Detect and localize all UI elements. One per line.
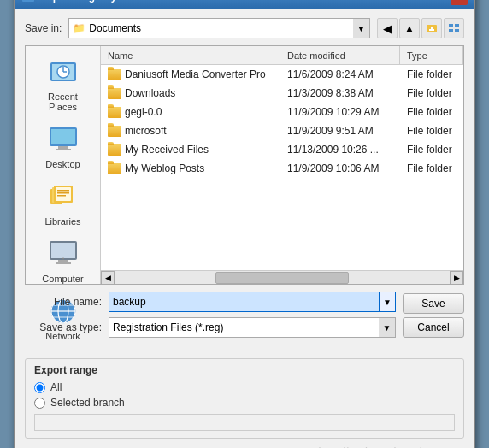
table-row[interactable]: Daniusoft Media Converter Pro 11/6/2009 … xyxy=(101,65,463,84)
svg-rect-29 xyxy=(57,195,66,197)
saveastype-value: Registration Files (*.reg) xyxy=(113,321,223,333)
selected-branch-input[interactable] xyxy=(34,414,455,431)
buttons-section: Save Cancel xyxy=(403,292,464,338)
close-button[interactable]: ✕ xyxy=(451,0,468,5)
watermark: http://maketecheasier.com xyxy=(25,444,464,448)
file-list-header: Name Date modified Type xyxy=(101,46,463,65)
saveastype-label: Save as type: xyxy=(25,321,102,333)
export-registry-dialog: Export Registry File ✕ Save in: 📁 Docume… xyxy=(14,0,475,448)
title-text: Export Registry File xyxy=(40,0,137,3)
sidebar-item-computer-label: Computer xyxy=(42,274,83,284)
save-in-label: Save in: xyxy=(25,22,62,34)
svg-rect-22 xyxy=(56,149,71,150)
table-row[interactable]: My Received Files 11/13/2009 10:26 ... F… xyxy=(101,140,463,159)
up-button[interactable]: ▲ xyxy=(399,18,420,38)
desktop-icon xyxy=(47,123,80,156)
export-range: Export range All Selected branch xyxy=(25,358,464,439)
svg-rect-10 xyxy=(449,24,453,27)
all-radio[interactable] xyxy=(34,382,45,393)
selected-branch-radio[interactable] xyxy=(34,398,45,409)
filename-input[interactable] xyxy=(109,292,379,312)
filename-dropdown-arrow[interactable]: ▼ xyxy=(379,292,396,312)
col-header-type[interactable]: Type xyxy=(400,46,463,64)
file-cell-name: gegl-0.0 xyxy=(101,104,280,120)
file-cell-date: 11/3/2009 8:38 AM xyxy=(280,85,400,101)
fields-section: File name: ▼ Save as type: Registration … xyxy=(25,292,396,346)
file-panel: Name Date modified Type Daniusoft Media … xyxy=(101,46,463,284)
file-name-text: My Weblog Posts xyxy=(125,162,204,174)
view-button[interactable] xyxy=(444,18,464,38)
recent-places-icon xyxy=(47,56,80,88)
save-in-value: Documents xyxy=(89,22,141,34)
col-header-date[interactable]: Date modified xyxy=(280,46,400,64)
file-cell-name: microsoft xyxy=(101,123,280,139)
svg-rect-28 xyxy=(57,192,69,194)
title-bar-left: Export Registry File xyxy=(21,0,137,3)
svg-rect-26 xyxy=(56,187,71,201)
sidebar-item-libraries[interactable]: Libraries xyxy=(30,176,97,230)
sidebar-item-recent-places-label: Recent Places xyxy=(33,91,93,112)
save-button[interactable]: Save xyxy=(403,293,464,314)
sidebar-item-computer[interactable]: Computer xyxy=(30,233,97,287)
saveastype-row: Save as type: Registration Files (*.reg)… xyxy=(25,317,396,338)
svg-rect-0 xyxy=(22,0,34,2)
horizontal-scrollbar[interactable]: ◀ ▶ xyxy=(101,270,463,284)
file-cell-type: File folder xyxy=(400,104,463,120)
col-header-name[interactable]: Name xyxy=(101,46,280,64)
sidebar-item-recent-places[interactable]: Recent Places xyxy=(30,51,97,115)
svg-rect-27 xyxy=(57,190,69,192)
filename-label: File name: xyxy=(25,296,102,308)
bottom-fields: File name: ▼ Save as type: Registration … xyxy=(25,292,396,338)
file-name-text: Downloads xyxy=(125,87,175,99)
table-row[interactable]: My Weblog Posts 11/9/2009 10:06 AM File … xyxy=(101,159,463,178)
svg-rect-31 xyxy=(51,243,75,258)
saveastype-combo[interactable]: Registration Files (*.reg) xyxy=(109,317,379,338)
save-in-row: Save in: 📁 Documents ▼ ◀ ▲ xyxy=(25,18,464,38)
file-cell-type: File folder xyxy=(400,85,463,101)
selected-branch-radio-label: Selected branch xyxy=(50,397,125,409)
computer-icon xyxy=(47,238,80,270)
file-name-text: Daniusoft Media Converter Pro xyxy=(125,68,266,80)
folder-icon-small: 📁 xyxy=(73,22,85,34)
export-range-title: Export range xyxy=(34,364,455,376)
new-folder-button[interactable] xyxy=(421,18,442,38)
cancel-button[interactable]: Cancel xyxy=(403,317,464,338)
file-name-text: My Received Files xyxy=(125,144,209,156)
nav-panel: Recent Places Desktop xyxy=(26,46,101,284)
svg-rect-32 xyxy=(58,260,68,262)
save-in-dropdown-arrow[interactable]: ▼ xyxy=(353,18,370,38)
file-cell-date: 11/6/2009 8:24 AM xyxy=(280,67,400,82)
file-cell-date: 11/9/2009 10:29 AM xyxy=(280,104,400,120)
new-folder-icon xyxy=(426,22,438,34)
scroll-left-button[interactable]: ◀ xyxy=(101,271,115,285)
table-row[interactable]: Downloads 11/3/2009 8:38 AM File folder xyxy=(101,84,463,103)
scroll-thumb[interactable] xyxy=(215,272,350,284)
svg-rect-21 xyxy=(58,146,68,149)
scroll-right-button[interactable]: ▶ xyxy=(450,271,463,285)
table-row[interactable]: microsoft 11/9/2009 9:51 AM File folder xyxy=(101,121,463,140)
saveastype-dropdown-arrow[interactable]: ▼ xyxy=(379,317,396,338)
view-icon xyxy=(448,22,460,34)
file-name-text: gegl-0.0 xyxy=(125,106,162,118)
main-area: Recent Places Desktop xyxy=(25,45,464,285)
selected-branch-radio-row: Selected branch xyxy=(34,397,455,409)
folder-icon xyxy=(108,69,121,80)
svg-rect-13 xyxy=(455,29,459,32)
file-cell-date: 11/13/2009 10:26 ... xyxy=(280,142,400,157)
sidebar-item-libraries-label: Libraries xyxy=(44,216,80,227)
svg-rect-11 xyxy=(455,24,459,27)
dialog-icon xyxy=(21,0,35,3)
svg-rect-12 xyxy=(449,29,453,32)
back-button[interactable]: ◀ xyxy=(377,18,398,38)
svg-rect-33 xyxy=(56,262,71,264)
folder-icon xyxy=(108,144,121,156)
scroll-track[interactable] xyxy=(115,271,450,285)
file-cell-date: 11/9/2009 10:06 AM xyxy=(280,161,400,176)
table-row[interactable]: gegl-0.0 11/9/2009 10:29 AM File folder xyxy=(101,103,463,121)
sidebar-item-desktop[interactable]: Desktop xyxy=(30,119,97,173)
folder-icon xyxy=(108,163,121,174)
save-in-dropdown[interactable]: 📁 Documents xyxy=(68,18,353,38)
saveastype-input-wrap: Registration Files (*.reg) ▼ xyxy=(109,317,396,338)
libraries-icon xyxy=(47,180,80,213)
file-cell-name: My Received Files xyxy=(101,142,280,157)
